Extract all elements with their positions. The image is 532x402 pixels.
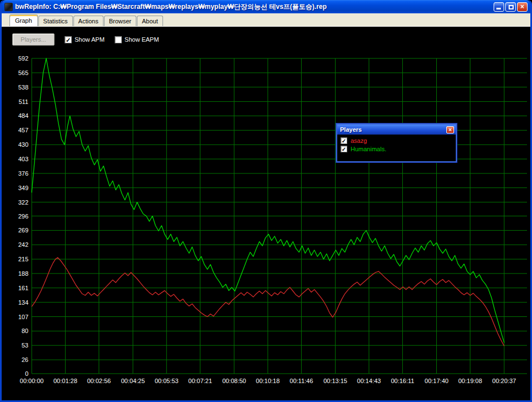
close-icon: × — [520, 3, 524, 11]
svg-text:242: 242 — [18, 241, 28, 248]
checked-checkbox-icon: ✓ — [341, 146, 347, 152]
player-checkbox-humanimals[interactable]: ✓ Humanimals. — [341, 146, 452, 152]
tab-about[interactable]: About — [137, 16, 163, 26]
player-name: asazg — [351, 137, 367, 144]
tab-statistics[interactable]: Statistics — [38, 16, 73, 26]
players-panel-close-button[interactable]: × — [446, 126, 454, 133]
players-panel-title: Players — [340, 126, 446, 133]
players-button[interactable]: Players... — [12, 33, 55, 46]
player-checkbox-asazg[interactable]: ✓ asazg — [341, 137, 452, 144]
svg-text:188: 188 — [18, 270, 28, 277]
svg-text:00:14:43: 00:14:43 — [357, 378, 381, 384]
minimize-button[interactable] — [494, 2, 504, 12]
svg-text:376: 376 — [18, 170, 28, 177]
svg-text:592: 592 — [18, 55, 28, 62]
graph-toolbar: Players... ✓ Show APM Show EAPM — [12, 33, 159, 46]
svg-text:322: 322 — [18, 199, 28, 206]
close-button[interactable]: × — [517, 2, 528, 12]
app-icon — [4, 3, 13, 11]
show-eapm-label: Show EAPM — [125, 36, 159, 43]
svg-text:00:08:50: 00:08:50 — [222, 378, 246, 384]
svg-text:161: 161 — [18, 285, 28, 291]
svg-text:00:16:11: 00:16:11 — [391, 378, 414, 384]
checked-checkbox-icon: ✓ — [341, 137, 347, 144]
players-panel-titlebar[interactable]: Players × — [337, 125, 456, 135]
svg-text:00:11:46: 00:11:46 — [290, 378, 313, 384]
svg-text:00:00:00: 00:00:00 — [20, 378, 44, 384]
unchecked-checkbox-icon — [115, 36, 122, 43]
svg-text:538: 538 — [18, 84, 28, 91]
svg-text:00:17:40: 00:17:40 — [425, 378, 449, 384]
players-panel: Players × ✓ asazg ✓ Humanimals. — [336, 123, 457, 162]
svg-text:80: 80 — [22, 327, 28, 334]
svg-text:26: 26 — [22, 356, 28, 363]
svg-text:0: 0 — [25, 370, 28, 377]
svg-text:00:20:37: 00:20:37 — [492, 378, 516, 384]
svg-text:215: 215 — [18, 256, 28, 262]
close-icon: × — [449, 127, 452, 133]
svg-text:00:13:15: 00:13:15 — [323, 378, 347, 384]
tab-graph[interactable]: Graph — [9, 14, 38, 26]
svg-text:00:04:25: 00:04:25 — [121, 378, 145, 384]
svg-text:00:10:18: 00:10:18 — [256, 378, 280, 384]
graph-page: 0265380107134161188215242269296322349376… — [2, 27, 530, 400]
svg-text:00:05:53: 00:05:53 — [155, 378, 179, 384]
app-window: bwRepInfo: C:₩Program Files₩Starcraft₩ma… — [0, 0, 532, 402]
checked-checkbox-icon: ✓ — [65, 36, 72, 43]
window-title: bwRepInfo: C:₩Program Files₩Starcraft₩ma… — [15, 2, 490, 12]
player-name: Humanimals. — [351, 146, 386, 152]
svg-text:00:02:56: 00:02:56 — [87, 378, 111, 384]
svg-text:403: 403 — [18, 156, 28, 162]
svg-text:430: 430 — [18, 141, 28, 148]
svg-text:134: 134 — [18, 299, 28, 306]
maximize-button[interactable] — [505, 2, 516, 12]
show-apm-checkbox[interactable]: ✓ Show APM — [65, 36, 105, 43]
titlebar[interactable]: bwRepInfo: C:₩Program Files₩Starcraft₩ma… — [2, 0, 530, 13]
apm-chart: 0265380107134161188215242269296322349376… — [2, 27, 530, 400]
svg-text:269: 269 — [18, 227, 28, 234]
svg-text:296: 296 — [18, 213, 28, 220]
svg-text:457: 457 — [18, 127, 28, 133]
tab-browser[interactable]: Browser — [104, 16, 136, 26]
svg-text:00:19:08: 00:19:08 — [458, 378, 482, 384]
tab-actions[interactable]: Actions — [73, 16, 104, 26]
svg-text:00:01:28: 00:01:28 — [53, 378, 77, 384]
show-apm-label: Show APM — [75, 36, 105, 43]
show-eapm-checkbox[interactable]: Show EAPM — [115, 36, 159, 43]
maximize-icon — [509, 5, 514, 9]
svg-text:53: 53 — [22, 342, 28, 349]
svg-text:00:07:21: 00:07:21 — [188, 378, 212, 384]
tab-strip: Graph Statistics Actions Browser About — [2, 13, 530, 27]
window-controls: × — [494, 2, 528, 12]
players-panel-body: ✓ asazg ✓ Humanimals. — [337, 135, 456, 152]
svg-text:511: 511 — [18, 98, 28, 105]
svg-text:565: 565 — [18, 70, 28, 76]
svg-text:349: 349 — [18, 185, 28, 191]
svg-text:107: 107 — [18, 314, 28, 320]
minimize-icon — [496, 8, 501, 9]
svg-text:484: 484 — [18, 112, 28, 119]
